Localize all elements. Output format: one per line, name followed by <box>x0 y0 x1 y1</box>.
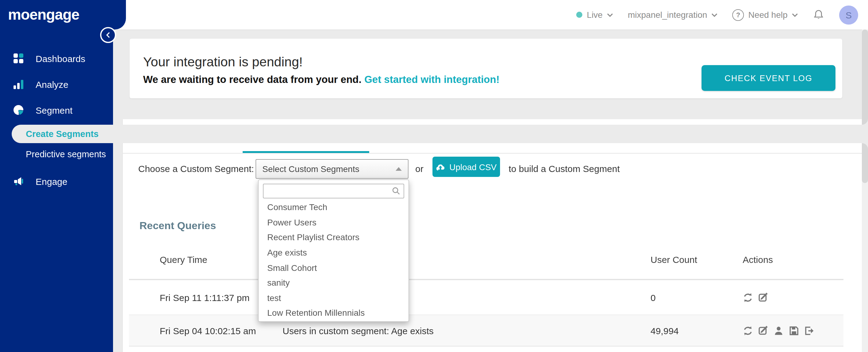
edit-icon[interactable] <box>758 292 769 302</box>
col-header-actions: Actions <box>743 254 843 264</box>
export-icon[interactable] <box>804 325 814 336</box>
logo-block: moengage <box>0 0 126 30</box>
segment-pie-icon <box>13 105 23 115</box>
segment-option[interactable]: sanity <box>259 275 408 290</box>
edit-icon[interactable] <box>758 325 769 336</box>
app-window: Live mixpanel_integration ? Need help S … <box>0 0 868 352</box>
refresh-icon[interactable] <box>743 292 753 302</box>
segment-option[interactable]: test <box>259 290 408 305</box>
chevron-down-icon <box>711 12 717 17</box>
table-row: Fri Sep 11 1:11:37 pm 0 <box>129 280 843 315</box>
segment-option-list: Consumer Tech Power Users Recent Playlis… <box>259 200 408 321</box>
col-header-user-count: User Count <box>651 254 743 264</box>
segment-option[interactable]: Power Users <box>259 215 408 230</box>
top-bar: Live mixpanel_integration ? Need help S <box>0 0 868 30</box>
live-label: Live <box>587 10 602 20</box>
segment-option[interactable]: Small Cohort <box>259 260 408 275</box>
table-row: Fri Sep 04 10:02:15 am Users in custom s… <box>129 315 843 347</box>
need-help-label: Need help <box>748 10 787 20</box>
segment-option[interactable]: Consumer Tech <box>259 200 408 215</box>
recent-queries-heading: Recent Queries <box>140 220 216 232</box>
user-icon[interactable] <box>773 325 784 336</box>
segment-option[interactable]: Recent Playlist Creators <box>259 230 408 245</box>
sidebar-item-dashboards[interactable]: Dashboards <box>0 45 868 71</box>
sidebar-item-create-segments[interactable]: Create Segments <box>12 125 868 143</box>
chevron-down-icon <box>792 12 798 17</box>
sidebar-nav: Dashboards Analyze Segment Create Segmen… <box>0 45 868 194</box>
environment-switcher[interactable]: Live <box>577 10 613 20</box>
engage-megaphone-icon <box>13 176 23 186</box>
refresh-icon[interactable] <box>743 325 753 336</box>
chevron-down-icon <box>607 12 613 17</box>
sidebar-item-segment[interactable]: Segment <box>0 97 868 123</box>
dashboards-icon <box>13 54 23 63</box>
table-header-row: Query Time User Count Actions <box>129 239 843 280</box>
analyze-icon <box>13 79 23 89</box>
avatar[interactable]: S <box>839 5 858 24</box>
segment-option[interactable]: Low Retention Millennials <box>259 305 408 320</box>
bell-icon[interactable] <box>813 9 825 21</box>
recent-queries-table: Query Time User Count Actions Fri Sep 11… <box>129 239 843 347</box>
chevron-left-icon <box>106 32 111 38</box>
sidebar-item-predictive-segments[interactable]: Predictive segments <box>0 145 868 163</box>
workspace-switcher[interactable]: mixpanel_integration <box>628 10 717 20</box>
question-circle-icon: ? <box>732 9 744 21</box>
sidebar-item-analyze[interactable]: Analyze <box>0 71 868 97</box>
workspace-name: mixpanel_integration <box>628 10 707 20</box>
live-status-dot <box>577 12 583 18</box>
sidebar-item-engage[interactable]: Engage <box>0 168 868 194</box>
moengage-logo: moengage <box>0 6 79 23</box>
save-icon[interactable] <box>789 325 799 336</box>
sidebar-collapse-button[interactable] <box>100 27 116 43</box>
need-help-menu[interactable]: ? Need help <box>732 9 798 21</box>
custom-segment-dropdown: Consumer Tech Power Users Recent Playlis… <box>258 180 409 322</box>
segment-option[interactable]: Age exists <box>259 245 408 260</box>
